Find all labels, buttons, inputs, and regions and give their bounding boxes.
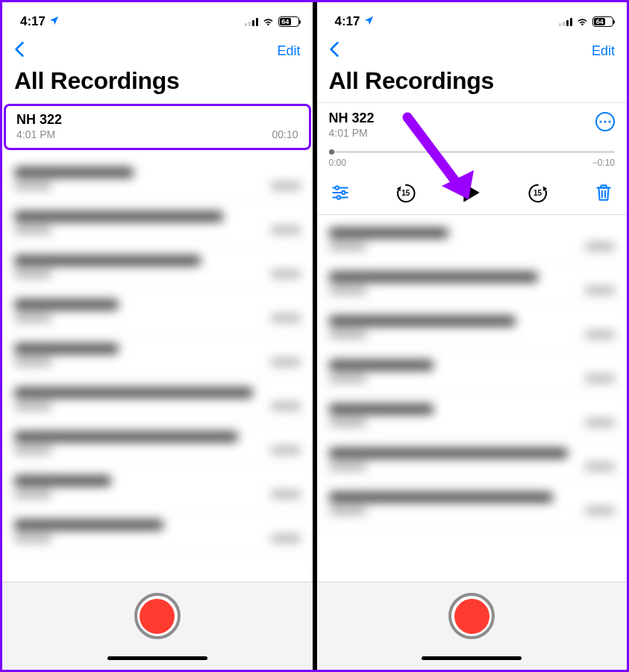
recording-time: 4:01 PM xyxy=(16,128,55,140)
recording-row-expanded[interactable]: NH 322 4:01 PM 0:00 −0:10 xyxy=(317,102,628,215)
recording-time: 4:01 PM xyxy=(329,127,375,139)
scrubber-thumb[interactable] xyxy=(329,149,334,155)
playback-scrubber[interactable]: 0:00 −0:10 xyxy=(329,151,616,168)
battery-level: 64 xyxy=(594,18,605,25)
battery-level: 64 xyxy=(280,18,291,25)
record-icon xyxy=(140,599,175,634)
recording-row-highlighted[interactable]: NH 322 4:01 PM 00:10 xyxy=(4,104,311,150)
blurred-content xyxy=(317,215,628,526)
skip-forward-label: 15 xyxy=(533,189,542,197)
recording-title: NH 322 xyxy=(16,112,298,128)
page-title: All Recordings xyxy=(317,67,628,102)
recordings-list[interactable]: NH 322 4:01 PM 0:00 −0:10 xyxy=(317,102,628,582)
record-icon xyxy=(454,599,489,634)
nav-bar: Edit xyxy=(317,38,628,67)
more-options-button[interactable] xyxy=(595,112,615,131)
edit-button[interactable]: Edit xyxy=(277,43,300,59)
screenshot-left: 4:17 64 Edit All Recordings xyxy=(2,2,313,670)
elapsed-time: 0:00 xyxy=(329,158,346,168)
skip-back-label: 15 xyxy=(401,189,410,197)
wifi-icon xyxy=(262,16,275,28)
nav-bar: Edit xyxy=(2,38,313,67)
remaining-time: −0:10 xyxy=(592,158,615,168)
record-button[interactable] xyxy=(448,593,495,639)
signal-icon xyxy=(245,17,258,26)
status-bar: 4:17 64 xyxy=(2,5,313,38)
back-button[interactable] xyxy=(325,40,344,63)
svg-point-8 xyxy=(337,196,339,199)
play-button[interactable] xyxy=(462,181,481,204)
record-bar xyxy=(317,582,628,670)
wifi-icon xyxy=(576,16,589,28)
location-icon xyxy=(48,15,60,28)
screenshot-right: 4:17 64 Edit All Recordings xyxy=(317,2,628,670)
record-bar xyxy=(2,582,313,670)
svg-point-1 xyxy=(604,120,606,122)
status-bar: 4:17 64 xyxy=(317,5,628,38)
recording-duration: 00:10 xyxy=(272,128,298,140)
record-button[interactable] xyxy=(134,593,181,639)
home-indicator[interactable] xyxy=(107,656,207,660)
recordings-list[interactable]: NH 322 4:01 PM 00:10 xyxy=(2,102,313,582)
skip-back-button[interactable]: 15 xyxy=(395,181,417,204)
skip-forward-button[interactable]: 15 xyxy=(527,181,549,204)
svg-point-6 xyxy=(335,186,338,189)
location-icon xyxy=(363,15,375,28)
home-indicator[interactable] xyxy=(422,656,522,660)
blurred-content xyxy=(2,155,313,554)
page-title: All Recordings xyxy=(2,67,313,102)
svg-point-0 xyxy=(599,120,601,122)
status-time: 4:17 xyxy=(20,14,46,29)
status-time: 4:17 xyxy=(335,14,360,29)
signal-icon xyxy=(559,17,572,26)
battery-icon: 64 xyxy=(592,16,613,27)
svg-point-2 xyxy=(608,120,610,122)
delete-button[interactable] xyxy=(594,183,613,202)
playback-options-button[interactable] xyxy=(331,183,350,202)
edit-button[interactable]: Edit xyxy=(592,43,615,59)
svg-point-7 xyxy=(342,191,345,194)
back-button[interactable] xyxy=(10,40,29,63)
recording-title: NH 322 xyxy=(329,111,375,126)
battery-icon: 64 xyxy=(278,16,299,27)
